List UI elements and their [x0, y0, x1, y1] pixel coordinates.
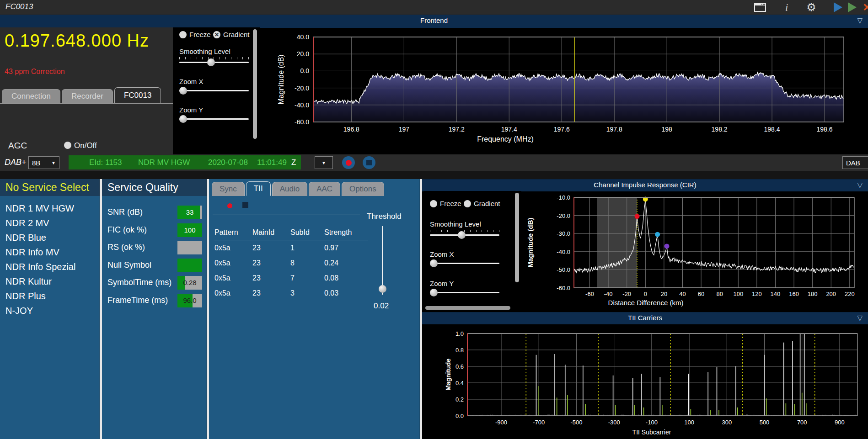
- horizontal-scrollbar[interactable]: [425, 306, 510, 310]
- record-button[interactable]: [342, 156, 355, 169]
- quality-value: 0.28: [177, 279, 202, 286]
- vertical-scrollbar[interactable]: [253, 29, 257, 139]
- quality-bar: 100: [177, 223, 202, 237]
- tii-table: PatternMainIdSubIdStrength0x5a2310.970x5…: [214, 225, 368, 301]
- cir-title: Channel Impulse Response (CIR): [422, 181, 868, 189]
- zoom-x-slider[interactable]: [430, 263, 499, 264]
- zoom-y-slider[interactable]: [179, 118, 249, 120]
- quality-row: RS (ok %): [102, 241, 207, 254]
- detail-tab-audio[interactable]: Audio: [272, 182, 307, 196]
- service-item[interactable]: NDR 2 MV: [0, 216, 100, 230]
- zoom-x-slider-knob[interactable]: [179, 87, 187, 95]
- service-item[interactable]: NDR Info MV: [0, 245, 100, 259]
- window-icon[interactable]: [754, 2, 766, 13]
- service-item[interactable]: NDR Kultur: [0, 274, 100, 289]
- tii-table-cell: 23: [252, 274, 290, 282]
- smoothing-slider-knob[interactable]: [207, 58, 215, 66]
- threshold-slider-knob[interactable]: [379, 285, 386, 293]
- gradient-checkbox[interactable]: [464, 200, 471, 207]
- play-green-icon[interactable]: [846, 2, 858, 13]
- detail-tab-options[interactable]: Options: [342, 182, 384, 196]
- svg-text:0.8: 0.8: [455, 347, 464, 354]
- svg-text:-500: -500: [570, 419, 582, 426]
- vertical-scrollbar[interactable]: [515, 193, 519, 282]
- svg-text:197.6: 197.6: [554, 126, 570, 133]
- channel-select[interactable]: 8B▼: [28, 156, 59, 169]
- rule: [213, 215, 360, 215]
- svg-text:20.0: 20.0: [297, 50, 309, 58]
- tii-table-header-cell: MainId: [252, 228, 290, 237]
- service-item[interactable]: NDR Plus: [0, 289, 100, 303]
- status-timezone: Z: [291, 158, 296, 167]
- status-dropdown-button[interactable]: ▼: [315, 156, 333, 169]
- agc-radio[interactable]: [64, 142, 71, 149]
- svg-text:220: 220: [845, 291, 855, 297]
- tii-stop-icon[interactable]: [242, 202, 248, 208]
- quality-value: 100: [177, 226, 202, 234]
- svg-text:-100: -100: [646, 419, 658, 426]
- quality-bar-fill: [177, 259, 202, 272]
- detail-tabs: SyncTIIAudioAACOptions: [212, 181, 384, 196]
- quality-bar: 0.28: [177, 276, 202, 290]
- tii-record-icon[interactable]: [227, 203, 232, 208]
- service-item[interactable]: NDR Info Spezial: [0, 259, 100, 274]
- svg-text:-20.0: -20.0: [295, 85, 309, 92]
- svg-text:180: 180: [808, 291, 818, 297]
- freeze-radio[interactable]: [179, 31, 187, 38]
- zoom-y-slider-knob[interactable]: [430, 289, 438, 296]
- stop-button[interactable]: [363, 156, 375, 169]
- svg-text:-60.0: -60.0: [557, 285, 570, 291]
- zoom-x-slider-knob[interactable]: [430, 259, 438, 267]
- zoom-y-slider[interactable]: [430, 292, 499, 293]
- detail-panel: SyncTIIAudioAACOptions PatternMainIdSubI…: [209, 179, 420, 439]
- gradient-checkbox[interactable]: ✕: [213, 31, 220, 38]
- threshold-slider-track[interactable]: [382, 226, 383, 295]
- quality-label: FIC (ok %): [107, 225, 147, 235]
- frontend-collapse-icon[interactable]: ▽: [857, 16, 863, 25]
- svg-text:-60.0: -60.0: [295, 118, 309, 126]
- service-list: NDR 1 MV HGWNDR 2 MVNDR BlueNDR Info MVN…: [0, 201, 100, 318]
- tii-table-cell: 23: [252, 244, 290, 252]
- tii-collapse-icon[interactable]: ▽: [857, 314, 863, 322]
- status-date: 2020-07-08: [208, 158, 248, 167]
- tab-divider: [0, 103, 173, 104]
- tii-title: TII Carriers: [422, 314, 868, 322]
- zoom-x-slider[interactable]: [179, 90, 249, 91]
- gear-icon[interactable]: ⚙: [805, 2, 818, 13]
- detail-tab-tii[interactable]: TII: [246, 181, 271, 196]
- tuner-tab-fc0013[interactable]: FC0013: [114, 87, 161, 103]
- dab-mode-label: DAB+: [5, 158, 27, 167]
- frontend-header: Frontend ▽: [0, 15, 868, 28]
- tii-carriers-plot[interactable]: 0.00.20.40.60.81.0-900-700-500-300-10010…: [422, 324, 868, 439]
- cir-collapse-icon[interactable]: ▽: [857, 181, 863, 189]
- title-bar: FC0013 i ⚙ ✕: [0, 0, 868, 15]
- spectrum-plot[interactable]: 40.020.00.0-20.0-40.0-60.0196.8197197.21…: [260, 27, 868, 154]
- quality-bar: 96.0: [177, 294, 202, 307]
- smoothing-slider-knob[interactable]: [458, 231, 466, 239]
- quality-header: Service Quality: [102, 179, 207, 196]
- detail-tab-sync[interactable]: Sync: [212, 182, 245, 196]
- zoom-y-slider-knob[interactable]: [179, 115, 187, 123]
- detail-tab-aac[interactable]: AAC: [309, 182, 340, 196]
- tuner-tab-connection[interactable]: Connection: [2, 89, 60, 103]
- info-icon[interactable]: i: [780, 2, 793, 13]
- right-section: Channel Impulse Response (CIR) ▽ FreezeG…: [422, 179, 868, 439]
- service-item[interactable]: NDR Blue: [0, 230, 100, 245]
- svg-text:-50.0: -50.0: [557, 266, 570, 273]
- output-mode-select[interactable]: DAB▼: [842, 156, 868, 169]
- svg-text:80: 80: [716, 291, 723, 297]
- stop-icon: [366, 160, 372, 165]
- ensemble-id: EId: 1153: [89, 158, 122, 167]
- service-item[interactable]: N-JOY: [0, 303, 100, 318]
- svg-text:Magnitude (dB): Magnitude (dB): [526, 217, 534, 267]
- service-item[interactable]: NDR 1 MV HGW: [0, 201, 100, 216]
- cir-plot[interactable]: -10.0-20.0-30.0-40.0-50.0-60.0-60-40-200…: [521, 191, 868, 312]
- play-blue-icon[interactable]: [831, 2, 844, 13]
- close-x-icon[interactable]: ✕: [861, 2, 868, 13]
- quality-label: FrameTime (ms): [107, 296, 168, 305]
- freeze-radio[interactable]: [430, 200, 437, 207]
- svg-text:120: 120: [752, 291, 762, 297]
- tuner-tab-recorder[interactable]: Recorder: [62, 89, 113, 103]
- svg-text:Distance Difference (km): Distance Difference (km): [608, 299, 684, 307]
- tii-header: TII Carriers ▽: [422, 312, 868, 324]
